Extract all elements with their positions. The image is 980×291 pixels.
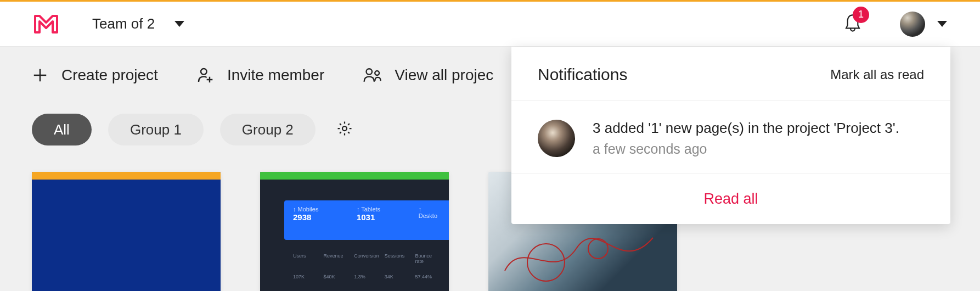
filter-settings-button[interactable] (336, 120, 353, 139)
notification-badge: 1 (853, 7, 869, 23)
notifications-button[interactable]: 1 (844, 13, 861, 35)
person-plus-icon (196, 66, 214, 84)
team-selector[interactable]: Team of 2 (92, 15, 184, 32)
create-project-button[interactable]: Create project (32, 66, 158, 84)
invite-member-label: Invite member (227, 66, 324, 84)
card-stats-banner: ↑ Mobiles 2938 ↑ Tablets 1031 ↑ Deskto (284, 200, 449, 240)
create-project-label: Create project (61, 66, 158, 84)
user-menu[interactable] (900, 12, 947, 37)
mark-all-read-button[interactable]: Mark all as read (830, 67, 924, 82)
notifications-header: Notifications Mark all as read (511, 47, 950, 101)
top-bar: Team of 2 1 (0, 2, 980, 47)
notification-text: 3 added '1' new page(s) in the project '… (593, 117, 899, 139)
notifications-footer: Read all (511, 174, 950, 224)
notification-item[interactable]: 3 added '1' new page(s) in the project '… (511, 101, 950, 174)
project-card-1[interactable] (32, 172, 221, 291)
view-all-label: View all projec (395, 66, 493, 84)
app-logo (34, 14, 58, 35)
chevron-down-icon (937, 21, 947, 27)
read-all-button[interactable]: Read all (703, 191, 758, 207)
card-stats-table: UsersRevenueConversionSessionsBounce rat… (284, 248, 449, 291)
notification-time: a few seconds ago (593, 141, 899, 157)
svg-point-0 (201, 69, 207, 75)
team-label: Team of 2 (92, 15, 155, 32)
user-avatar (900, 12, 925, 37)
notifications-title: Notifications (538, 65, 627, 84)
svg-point-2 (375, 71, 380, 75)
svg-point-5 (588, 239, 608, 259)
filter-group-1[interactable]: Group 1 (108, 114, 204, 146)
gear-icon (336, 120, 353, 137)
people-icon (363, 66, 381, 84)
svg-point-4 (527, 244, 565, 281)
project-card-2[interactable]: ↑ Mobiles 2938 ↑ Tablets 1031 ↑ Deskto U… (260, 172, 449, 291)
svg-point-1 (367, 69, 372, 74)
filter-all[interactable]: All (32, 114, 92, 146)
notifications-panel: Notifications Mark all as read 3 added '… (511, 47, 950, 224)
main-content: Create project Invite member View all pr… (0, 47, 980, 291)
chevron-down-icon (174, 21, 184, 27)
view-all-projects-button[interactable]: View all projec (363, 66, 493, 84)
invite-member-button[interactable]: Invite member (196, 66, 324, 84)
plus-icon (32, 67, 48, 83)
svg-point-3 (342, 126, 347, 131)
filter-group-2[interactable]: Group 2 (220, 114, 316, 146)
notification-avatar (538, 120, 575, 157)
